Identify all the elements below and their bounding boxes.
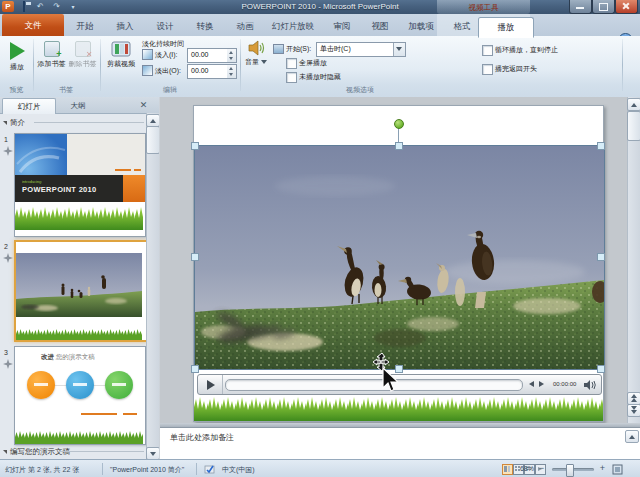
zoom-slider[interactable]: [552, 468, 594, 471]
hide-when-not-playing-checkbox[interactable]: [286, 72, 297, 83]
player-volume-icon[interactable]: [584, 380, 597, 390]
section-header-write[interactable]: 编写您的演示文稿: [3, 447, 70, 457]
slide-1-orange-text: [115, 169, 131, 171]
slide-3-number: 3: [4, 349, 8, 356]
rewind-checkbox[interactable]: [482, 64, 493, 75]
section-collapse-icon: [3, 450, 7, 454]
slide-1-number: 1: [4, 136, 8, 143]
fade-duration-label: 淡化持续时间: [142, 39, 184, 49]
ribbon: 播放 预览 + 添加书签 ✕ 删除书签 书签 剪裁视频 淡化持续时间 淡入(I)…: [0, 36, 640, 98]
contextual-tools-header: 视频工具: [437, 0, 530, 14]
tab-slides-thumbnails[interactable]: 幻灯片: [2, 98, 56, 114]
remove-bookmark-button: ✕ 删除书签: [67, 39, 98, 69]
start-dropdown-button[interactable]: [393, 43, 405, 56]
notes-scroll-up-button[interactable]: [625, 430, 639, 443]
resize-handle-bottom-right[interactable]: [597, 365, 605, 373]
volume-button[interactable]: 音量: [243, 39, 269, 67]
section-header-intro[interactable]: 简介: [3, 118, 25, 128]
slide-1-intro-text: introducing: [22, 179, 42, 184]
notes-placeholder: 单击此处添加备注: [170, 432, 234, 443]
panel-scrollbar[interactable]: [146, 113, 160, 459]
slide-3-transition-icon: [3, 359, 13, 369]
group-separator: [240, 39, 241, 91]
tab-playback-active[interactable]: 播放: [478, 17, 534, 38]
loop-checkbox[interactable]: [482, 45, 493, 56]
fit-to-window-icon[interactable]: [612, 464, 623, 475]
player-seek-back-button[interactable]: [529, 381, 534, 387]
zoom-percent[interactable]: 68%: [520, 465, 534, 472]
add-bookmark-label: 添加书签: [38, 60, 66, 67]
section-collapse-icon: [3, 121, 7, 125]
slide-3-circle-green: [105, 371, 133, 399]
player-seek-forward-button[interactable]: [539, 381, 544, 387]
tab-slideshow[interactable]: 幻灯片放映: [260, 17, 326, 36]
fade-in-input[interactable]: 00.00: [187, 48, 232, 63]
spellcheck-icon[interactable]: [204, 463, 216, 475]
window-title: POWERPOINT 2010 - Microsoft PowerPoint: [0, 2, 640, 11]
resize-handle-top-left[interactable]: [191, 142, 199, 150]
section-divider: [34, 122, 144, 123]
slide-1-thumbnail[interactable]: introducing POWERPOINT 2010: [14, 133, 146, 237]
zoom-out-button[interactable]: −: [536, 463, 547, 474]
notes-pane[interactable]: 单击此处添加备注: [160, 427, 640, 460]
group-label-edit: 编辑: [100, 85, 240, 95]
add-bookmark-button[interactable]: + 添加书签: [36, 39, 67, 69]
play-icon: [10, 42, 25, 60]
start-icon: [273, 44, 284, 54]
fullscreen-label: 全屏播放: [299, 58, 327, 68]
resize-handle-left[interactable]: [191, 253, 199, 261]
section-divider: [58, 451, 144, 452]
slide-3-circle-orange: [27, 371, 55, 399]
slide-2-thumbnail-selected[interactable]: [14, 240, 148, 342]
group-separator: [33, 39, 34, 91]
resize-handle-top[interactable]: [395, 142, 403, 150]
fade-out-icon: [142, 65, 153, 76]
slide-3-thumbnail[interactable]: 改进 您的演示文稿: [14, 346, 146, 445]
fade-out-spinner[interactable]: [227, 64, 237, 79]
slide-2-number: 2: [4, 243, 8, 250]
video-object[interactable]: [194, 145, 605, 370]
panel-close-icon[interactable]: ✕: [138, 100, 149, 111]
zoom-in-button[interactable]: +: [597, 463, 608, 474]
slide-2-grass: [16, 329, 142, 340]
trim-video-button[interactable]: 剪裁视频: [104, 39, 138, 69]
remove-bookmark-icon: ✕: [75, 41, 91, 57]
status-slide-info: 幻灯片 第 2 张, 共 22 张: [5, 465, 79, 475]
next-slide-button[interactable]: [627, 404, 640, 417]
trim-video-icon: [111, 41, 131, 57]
slides-panel: 幻灯片 大纲 ✕ 简介 1 introducing POWERPOINT 201…: [0, 97, 160, 459]
slide-1-title-text: POWERPOINT 2010: [22, 185, 97, 194]
status-separator: [102, 463, 103, 475]
slide-1-transition-icon: [3, 146, 13, 156]
play-button[interactable]: 播放: [4, 39, 30, 72]
status-language[interactable]: 中文(中国): [222, 465, 255, 475]
tab-addins[interactable]: 加载项: [396, 17, 446, 36]
fade-in-label: 淡入(I):: [155, 50, 178, 60]
main-scrollbar-thumb[interactable]: [627, 111, 640, 141]
zoom-slider-thumb[interactable]: [566, 464, 574, 477]
main-scroll-up-button[interactable]: [627, 98, 640, 111]
main-scrollbar[interactable]: [627, 97, 640, 423]
remove-bookmark-label: 删除书签: [69, 60, 97, 67]
group-separator: [100, 39, 101, 91]
panel-scrollbar-thumb[interactable]: [146, 126, 160, 154]
fullscreen-checkbox[interactable]: [286, 58, 297, 69]
tab-file[interactable]: 文件: [2, 14, 64, 36]
fade-out-input[interactable]: 00.00: [187, 64, 232, 79]
resize-handle-top-right[interactable]: [597, 142, 605, 150]
player-play-button[interactable]: [198, 375, 223, 394]
close-button[interactable]: [615, 0, 638, 14]
minimize-button[interactable]: [569, 0, 592, 14]
rotation-handle[interactable]: [394, 119, 404, 129]
resize-handle-bottom-left[interactable]: [191, 365, 199, 373]
add-bookmark-icon: +: [44, 41, 60, 57]
fade-in-spinner[interactable]: [227, 48, 237, 63]
slide-2-transition-icon: [3, 253, 13, 263]
slide-canvas[interactable]: 00:00:00: [193, 105, 604, 422]
resize-handle-right[interactable]: [597, 253, 605, 261]
maximize-button[interactable]: [592, 0, 615, 14]
normal-view-button[interactable]: [502, 464, 513, 475]
loop-label: 循环播放，直到停止: [495, 45, 558, 55]
tab-outline[interactable]: 大纲: [56, 98, 100, 113]
start-dropdown[interactable]: 单击时(C): [316, 42, 406, 57]
